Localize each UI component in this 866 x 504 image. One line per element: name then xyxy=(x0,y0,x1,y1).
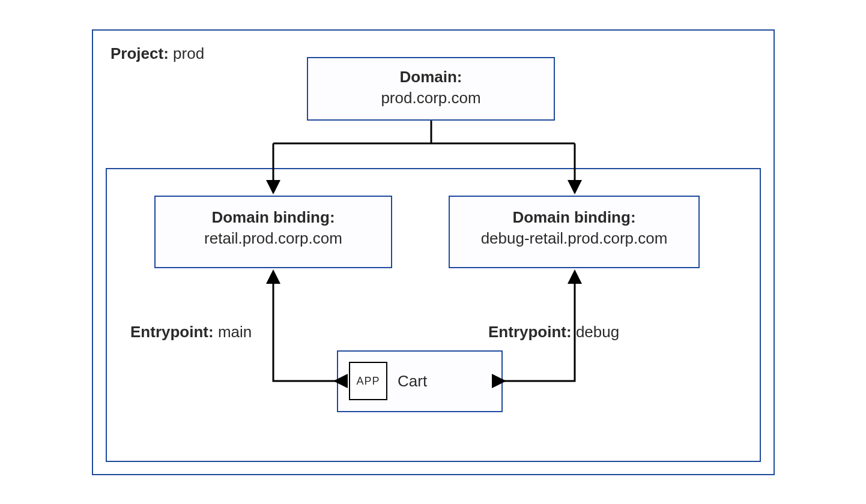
domain-title: Domain: xyxy=(307,68,555,86)
project-label-key: Project: xyxy=(111,44,169,62)
diagram-canvas: Project: prod Domain: prod.corp.com Doma… xyxy=(0,0,866,504)
entrypoint-right-value: debug xyxy=(576,323,619,341)
domain-binding-right-value: debug-retail.prod.corp.com xyxy=(449,229,700,248)
domain-text: Domain: prod.corp.com xyxy=(307,68,555,107)
project-label-value: prod xyxy=(173,44,204,62)
app-name-label: Cart xyxy=(398,372,427,391)
entrypoint-left-label: Entrypoint: main xyxy=(130,323,252,341)
entrypoint-left-key: Entrypoint: xyxy=(130,323,214,341)
domain-binding-right-title: Domain binding: xyxy=(449,208,700,227)
domain-binding-left-title: Domain binding: xyxy=(154,208,392,227)
app-badge: APP xyxy=(349,362,387,400)
entrypoint-right-key: Entrypoint: xyxy=(488,323,572,341)
entrypoint-left-value: main xyxy=(218,323,252,341)
entrypoint-right-label: Entrypoint: debug xyxy=(488,323,619,341)
domain-binding-left-text: Domain binding: retail.prod.corp.com xyxy=(154,208,392,248)
domain-value: prod.corp.com xyxy=(307,89,555,107)
app-badge-text: APP xyxy=(356,375,380,388)
domain-binding-left-value: retail.prod.corp.com xyxy=(154,229,392,248)
domain-binding-right-text: Domain binding: debug-retail.prod.corp.c… xyxy=(449,208,700,248)
app-name-text: Cart xyxy=(398,372,427,390)
project-label: Project: prod xyxy=(111,44,204,63)
